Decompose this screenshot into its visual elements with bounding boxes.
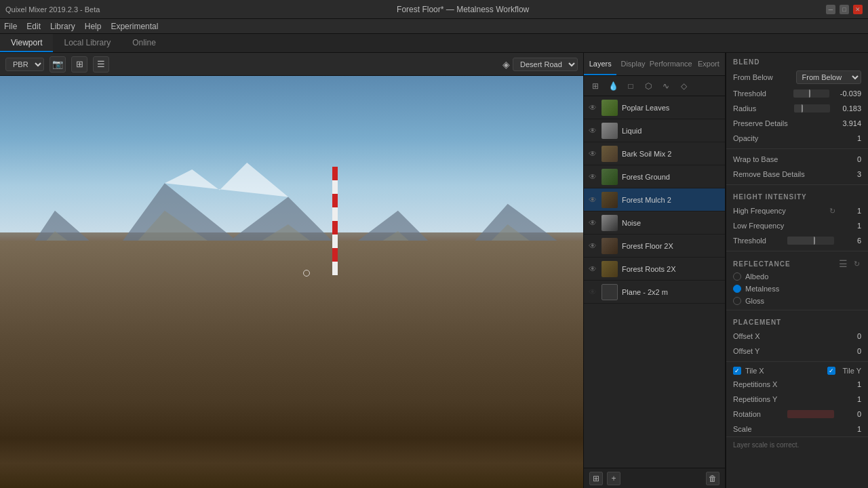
menu-library[interactable]: Library [50,22,75,31]
reflectance-menu-icon[interactable]: ☰ [839,258,848,269]
preserve-details-value: 3.914 [841,119,861,127]
render-mode-select[interactable]: PBR [5,58,44,71]
layer-thumbnail [601,215,618,231]
window-title: Forest Floor* — Metalness Workflow [100,5,826,14]
offset-y-value: 0 [841,347,861,355]
properties-panel: BLEND From Below From Below Threshold -0… [726,53,868,488]
tile-x-label: Tile X [745,367,764,375]
layer-delete-button[interactable]: 🗑 [706,472,719,485]
metalness-radio[interactable] [733,285,741,293]
layer-visibility-toggle[interactable]: 👁 [588,195,597,205]
threshold-slider[interactable] [793,89,829,98]
panel-tab-layers[interactable]: Layers [584,53,616,75]
layer-list: 👁 Poplar Leaves 👁 Liquid 👁 Bark Soil Mix… [584,96,725,468]
layer-name: Noise [622,219,721,227]
main-content: PBR 📷 ⊞ ☰ ◈ Desert Road [0,53,868,488]
layer-grid-icon[interactable]: ⊞ [588,79,603,94]
tile-y-checkbox[interactable]: ✓ [827,367,835,375]
layer-visibility-toggle[interactable]: 👁 [588,287,597,297]
layer-item[interactable]: 👁 Poplar Leaves [584,96,725,119]
layer-drop-icon[interactable]: 💧 [606,79,620,94]
gloss-label: Gloss [745,297,764,305]
layer-visibility-toggle[interactable]: 👁 [588,264,597,274]
panel-tab-export[interactable]: Export [692,53,725,75]
low-frequency-row: Low Frequency 1 [726,218,868,233]
layer-curve-icon[interactable]: ∿ [658,79,673,94]
repetitions-x-value: 1 [841,380,861,388]
layers-bottom: ⊞ + 🗑 [584,468,725,488]
list-view-button[interactable]: ☰ [93,56,109,73]
hdri-select[interactable]: Desert Road [513,58,578,71]
opacity-row: Opacity 1 [726,131,868,146]
tab-local-library[interactable]: Local Library [53,34,121,52]
reflectance-refresh[interactable]: ↻ [852,259,861,268]
threshold-hi-row: Threshold 6 [726,233,868,248]
remove-base-details-value: 3 [841,170,861,178]
layer-visibility-toggle[interactable]: 👁 [588,103,597,113]
layer-item[interactable]: 👁 Forest Ground [584,165,725,188]
low-frequency-value: 1 [841,222,861,230]
layer-item-plane[interactable]: 👁 Plane - 2x2 m [584,281,725,304]
scene-pole [332,167,338,275]
wrap-to-base-row: Wrap to Base 0 [726,152,868,167]
viewport-canvas[interactable] [0,76,583,488]
high-frequency-value: 1 [841,207,861,215]
repetitions-y-label: Repetitions Y [733,395,837,403]
tab-online[interactable]: Online [121,34,167,52]
minimize-button[interactable]: ─ [826,5,835,14]
scale-label: Scale [733,425,837,433]
offset-x-label: Offset X [733,332,837,340]
screenshot-button[interactable]: 📷 [50,56,66,73]
gloss-radio[interactable] [733,297,741,305]
menu-edit[interactable]: Edit [26,22,41,31]
albedo-radio[interactable] [733,272,741,281]
layer-shape-icon[interactable]: ◇ [676,79,691,94]
repetitions-y-row: Repetitions Y 1 [726,392,868,407]
tab-viewport[interactable]: Viewport [0,34,53,52]
blend-mode-select[interactable]: From Below [796,70,862,84]
layer-visibility-toggle[interactable]: 👁 [588,172,597,182]
repetitions-x-row: Repetitions X 1 [726,377,868,392]
layer-item[interactable]: 👁 Bark Soil Mix 2 [584,142,725,165]
layer-visibility-toggle[interactable]: 👁 [588,149,597,159]
layer-thumbnail [601,261,618,277]
scene-ground [0,241,583,488]
layer-item[interactable]: 👁 Forest Roots 2X [584,258,725,281]
rotation-label: Rotation [733,410,781,418]
layer-view-button[interactable]: ⊞ [589,472,603,485]
high-frequency-refresh[interactable]: ↻ [827,206,837,216]
menu-help[interactable]: Help [85,22,102,31]
tile-x-checkbox[interactable]: ✓ [733,367,741,375]
layer-visibility-toggle[interactable]: 👁 [588,218,597,228]
layer-item[interactable]: 👁 Forest Floor 2X [584,235,725,258]
layer-square-icon[interactable]: □ [623,79,638,94]
repetitions-x-label: Repetitions X [733,380,837,388]
layer-item[interactable]: 👁 Liquid [584,119,725,142]
scene-sky [0,76,583,232]
layer-visibility-toggle[interactable]: 👁 [588,241,597,251]
hdri-icon: ◈ [502,59,510,70]
close-button[interactable]: ✕ [853,5,863,14]
threshold-row: Threshold -0.039 [726,86,868,101]
albedo-row: Albedo [726,270,868,283]
menu-experimental[interactable]: Experimental [111,22,158,31]
grid-view-button[interactable]: ⊞ [71,56,87,73]
layer-visibility-toggle[interactable]: 👁 [588,126,597,136]
panel-tab-display[interactable]: Display [616,53,649,75]
wrap-to-base-label: Wrap to Base [733,155,837,163]
radius-slider[interactable] [794,104,831,113]
maximize-button[interactable]: □ [840,5,849,14]
layer-item-selected[interactable]: 👁 Forest Mulch 2 [584,188,725,211]
layers-panel: Layers Display Performance Export ⊞ 💧 □ … [583,53,726,488]
divider [726,184,868,185]
layer-thumbnail [601,146,618,162]
low-frequency-label: Low Frequency [733,222,837,230]
layer-hex-icon[interactable]: ⬡ [641,79,656,94]
layer-item[interactable]: 👁 Noise [584,211,725,235]
layer-add-button[interactable]: + [607,472,620,485]
blend-from-row: From Below From Below [726,68,868,86]
divider [726,251,868,251]
rotation-row: Rotation 0 [726,407,868,422]
menu-file[interactable]: File [4,22,17,31]
panel-tab-performance[interactable]: Performance [650,53,692,75]
